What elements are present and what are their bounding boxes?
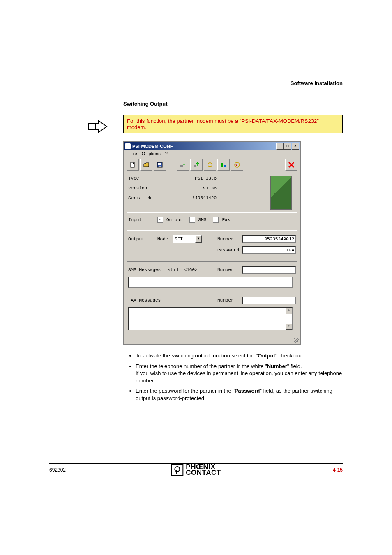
save-icon[interactable] — [154, 159, 166, 171]
version-value: V1.36 — [167, 186, 217, 191]
type-label: Type — [128, 176, 167, 181]
number-label: Number — [217, 237, 240, 242]
maximize-button[interactable]: □ — [284, 143, 291, 150]
brand-logo: PHŒNIXCONTACT — [171, 464, 221, 476]
minimize-button[interactable]: _ — [276, 143, 284, 150]
output-row-label: Output — [128, 237, 155, 242]
menu-options[interactable]: Options — [142, 151, 161, 156]
statusbar — [124, 336, 300, 344]
titlebar: PSI-MODEM-CONF _ □ × — [124, 142, 300, 150]
toolbar — [124, 157, 300, 173]
list-item: To activate the switching output functio… — [136, 352, 343, 359]
mode-label: Mode — [157, 237, 171, 242]
svg-rect-5 — [194, 165, 196, 167]
sms-number-label: Number — [217, 267, 240, 272]
list-item: Enter the password for the partner in th… — [136, 387, 343, 402]
menu-help[interactable]: ? — [165, 151, 168, 156]
fax-number-label: Number — [217, 298, 240, 303]
output-checkbox[interactable] — [157, 217, 163, 223]
svg-point-9 — [235, 162, 240, 167]
serial-value: !49641420 — [167, 196, 217, 200]
svg-rect-3 — [159, 166, 161, 167]
mode-select[interactable]: SET ▼ — [173, 235, 202, 243]
fax-checkbox[interactable] — [213, 217, 219, 223]
cancel-icon[interactable] — [285, 159, 297, 171]
fax-message-textarea[interactable]: ▲ ▼ — [128, 307, 293, 330]
download-to-device-icon[interactable] — [177, 159, 189, 171]
upload-from-device-icon[interactable] — [190, 159, 203, 171]
refresh-icon[interactable] — [204, 159, 216, 171]
serial-label: Serial No. — [128, 196, 167, 200]
sms-remaining: still <160> — [168, 267, 201, 272]
sms-checkbox-label: SMS — [198, 217, 207, 222]
reconnect-icon[interactable] — [231, 159, 243, 171]
input-label: Input — [128, 217, 155, 222]
note-hand-icon — [86, 118, 111, 135]
fax-checkbox-label: Fax — [222, 217, 230, 222]
app-icon — [125, 143, 131, 149]
menubar: File Options ? — [124, 150, 300, 157]
password-label: Password — [217, 248, 240, 253]
number-field[interactable]: 05235349012 — [242, 235, 296, 243]
svg-rect-4 — [180, 165, 183, 167]
device-image — [270, 176, 292, 210]
note-box: For this function, the partner modem mus… — [123, 115, 343, 133]
scroll-down-icon[interactable]: ▼ — [286, 323, 292, 330]
section-title: Switching Output — [123, 101, 343, 107]
fax-messages-label: FAX Messages — [128, 298, 165, 303]
scroll-up-icon[interactable]: ▲ — [286, 308, 292, 314]
settings-device-icon[interactable] — [217, 159, 230, 171]
svg-point-8 — [224, 165, 226, 167]
svg-rect-2 — [158, 163, 161, 165]
svg-rect-7 — [221, 163, 223, 167]
sms-messages-label: SMS Messages — [128, 267, 165, 272]
menu-file[interactable]: File — [127, 151, 137, 156]
instruction-list: To activate the switching output functio… — [123, 352, 343, 402]
type-value: PSI 33.6 — [167, 176, 217, 181]
footer-doc-id: 692302 — [49, 467, 66, 473]
mode-value: SET — [175, 237, 183, 242]
psi-modem-conf-window: PSI-MODEM-CONF _ □ × File Options ? — [123, 141, 301, 345]
page-number: 4-15 — [333, 467, 343, 473]
fax-number-field[interactable] — [242, 297, 296, 304]
list-item: Enter the telephone number of the partne… — [136, 363, 343, 385]
open-icon[interactable] — [140, 159, 152, 171]
chevron-down-icon[interactable]: ▼ — [195, 235, 202, 243]
window-title: PSI-MODEM-CONF — [132, 144, 173, 149]
close-button[interactable]: × — [292, 143, 299, 150]
password-field[interactable]: 104 — [242, 246, 296, 254]
phoenix-logo-icon — [171, 464, 183, 476]
sms-number-field[interactable] — [242, 266, 296, 274]
sms-checkbox[interactable] — [189, 217, 195, 223]
new-icon[interactable] — [127, 159, 139, 171]
header-breadcrumb: Software Installation — [49, 80, 343, 89]
output-checkbox-label: Output — [166, 217, 183, 222]
sms-message-textarea[interactable] — [128, 277, 293, 288]
version-label: Version — [128, 186, 167, 191]
